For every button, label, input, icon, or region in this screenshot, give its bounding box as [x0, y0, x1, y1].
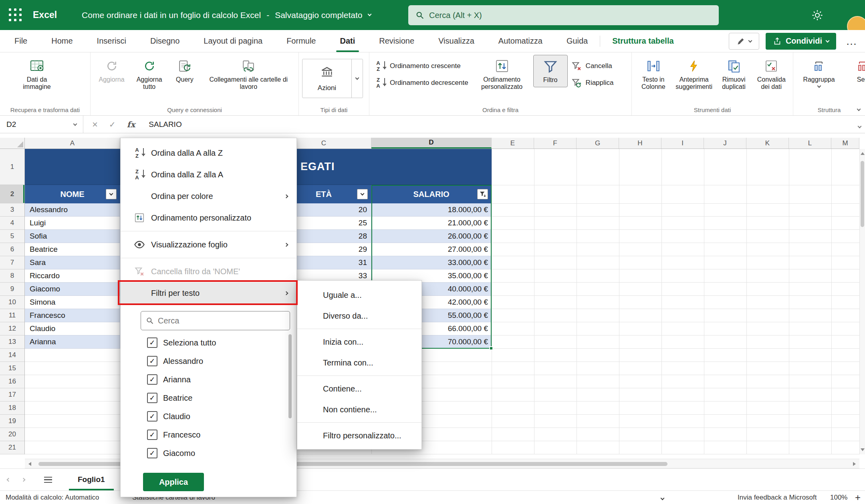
insert-function-button[interactable]: fx [127, 120, 135, 129]
menu-item-custom-sort[interactable]: Ordinamento personalizzato [121, 207, 296, 229]
clear-filter-button[interactable]: Cancella [569, 59, 616, 73]
cell-name[interactable]: Alessandro [25, 203, 120, 217]
row-header[interactable]: 19 [0, 415, 24, 428]
status-collapse-icon[interactable] [661, 494, 664, 502]
column-header-j[interactable]: J [704, 138, 746, 149]
column-header-h[interactable]: H [619, 138, 661, 149]
tab-visualizza[interactable]: Visualizza [426, 30, 486, 52]
row-header[interactable]: 4 [0, 217, 24, 230]
row-header[interactable]: 20 [0, 428, 24, 441]
tab-formule[interactable]: Formule [274, 30, 328, 52]
formula-content[interactable]: SALARIO [149, 120, 181, 129]
text-to-columns-button[interactable]: Testo in Colonne [635, 55, 672, 94]
filter-sorted-button-salario[interactable] [477, 189, 488, 199]
column-header-k[interactable]: K [746, 138, 789, 149]
tab-layout-di-pagina[interactable]: Layout di pagina [192, 30, 274, 52]
submenu-item-not-equals[interactable]: Diverso da... [297, 305, 421, 326]
menu-item-sheet-view[interactable]: Visualizzazione foglio [121, 234, 296, 255]
column-header-l[interactable]: L [789, 138, 831, 149]
row-header[interactable]: 11 [0, 309, 24, 322]
row-header[interactable]: 1 [0, 149, 24, 185]
row-header[interactable]: 6 [0, 243, 24, 256]
filter-search-input[interactable] [158, 316, 285, 325]
checkbox-value[interactable]: ✓ Beatrice [141, 389, 296, 407]
remove-duplicates-button[interactable]: Rimuovi duplicati [716, 55, 752, 94]
custom-sort-button[interactable]: Ordinamento personalizzato [472, 55, 532, 94]
row-header[interactable]: 10 [0, 296, 24, 309]
scroll-left-icon[interactable] [28, 462, 31, 466]
refresh-button[interactable]: Aggiorna [94, 55, 129, 86]
calc-mode-status[interactable]: Modalità di calcolo: Automatico [6, 494, 99, 502]
filter-search-box[interactable] [141, 311, 290, 330]
row-header[interactable]: 14 [0, 349, 24, 362]
row-header[interactable]: 13 [0, 335, 24, 349]
save-status[interactable]: Salvataggio completato [275, 10, 362, 20]
cell-name[interactable]: Sara [25, 256, 120, 269]
sheet-tab-foglio1[interactable]: Foglio1 [69, 469, 114, 490]
cell-name[interactable]: Francesco [25, 309, 120, 322]
workbook-links-button[interactable]: Collegamenti alle cartelle di lavoro [201, 55, 296, 94]
scroll-right-icon[interactable] [853, 462, 856, 466]
tab-disegno[interactable]: Disegno [138, 30, 192, 52]
filter-button[interactable]: Filtro [533, 55, 568, 87]
data-types-gallery[interactable]: Azioni [302, 59, 363, 98]
select-all-corner[interactable] [0, 138, 25, 149]
checkbox-value[interactable]: ✓ Alessandro [141, 352, 296, 370]
tab-file[interactable]: File [2, 30, 39, 52]
column-header-i[interactable]: I [661, 138, 704, 149]
cell-name[interactable]: Beatrice [25, 243, 120, 256]
tab-guida[interactable]: Guida [554, 30, 600, 52]
scroll-up-icon[interactable] [861, 152, 865, 155]
menu-item-clear-filter[interactable]: Cancella filtro da 'NOME' [121, 261, 296, 282]
ungroup-button[interactable]: Sep [841, 55, 865, 86]
vertical-scrollbar[interactable] [859, 149, 865, 454]
cancel-entry-icon[interactable]: × [92, 119, 98, 130]
gallery-dropdown-button[interactable] [351, 59, 363, 98]
cell-name[interactable]: Riccardo [25, 269, 120, 283]
cell-name[interactable]: Arianna [25, 335, 120, 349]
previous-sheet-icon[interactable] [7, 478, 11, 482]
submenu-item-contains[interactable]: Contiene... [297, 378, 421, 399]
submenu-item-custom-filter[interactable]: Filtro personalizzato... [297, 425, 421, 446]
sort-ascending-button[interactable]: AZ Ordinamento crescente [373, 59, 471, 73]
tab-home[interactable]: Home [39, 30, 85, 52]
tab-dati[interactable]: Dati [328, 30, 367, 52]
reapply-filter-button[interactable]: Riapplica [569, 76, 616, 90]
row-header[interactable]: 3 [0, 203, 24, 217]
column-header-f[interactable]: F [534, 138, 577, 149]
submenu-item-equals[interactable]: Uguale a... [297, 285, 421, 305]
menu-item-text-filters[interactable]: Filtri per testo [121, 282, 296, 304]
table-header-nome[interactable]: NOME [25, 185, 120, 203]
row-header[interactable]: 7 [0, 256, 24, 269]
column-header-g[interactable]: G [577, 138, 619, 149]
row-header[interactable]: 16 [0, 375, 24, 388]
name-box[interactable]: D2 [0, 116, 83, 133]
list-scroll-thumb[interactable] [288, 334, 292, 418]
row-header[interactable]: 17 [0, 388, 24, 402]
query-button[interactable]: Query [169, 55, 200, 86]
share-button[interactable]: Condividi [766, 33, 836, 50]
row-header[interactable]: 21 [0, 441, 24, 454]
submenu-item-begins-with[interactable]: Inizia con... [297, 331, 421, 352]
cell-name[interactable]: Giacomo [25, 283, 120, 296]
data-validation-button[interactable]: Convalida dei dati [752, 55, 791, 94]
row-header[interactable]: 15 [0, 362, 24, 375]
row-header[interactable]: 12 [0, 322, 24, 335]
search-input[interactable] [429, 11, 712, 20]
sort-descending-button[interactable]: ZA Ordinamento decrescente [373, 76, 471, 90]
scroll-down-icon[interactable] [861, 448, 865, 451]
data-from-picture-button[interactable]: Dati da immagine [10, 55, 63, 94]
menu-item-sort-az[interactable]: AZ Ordina dalla A alla Z [121, 142, 296, 164]
row-header[interactable]: 2 [0, 185, 24, 203]
cell-salary[interactable]: 26.000,00 € [371, 230, 492, 243]
filter-dropdown-button-eta[interactable] [357, 189, 368, 199]
draw-tool-button[interactable] [729, 33, 759, 50]
expand-formula-bar-icon[interactable] [858, 122, 861, 129]
group-button[interactable]: Raggruppa [796, 55, 841, 90]
menu-item-sort-za[interactable]: ZA Ordina dalla Z alla A [121, 164, 296, 185]
cell-name[interactable]: Simona [25, 296, 120, 309]
checkbox-value[interactable]: ✓ Arianna [141, 370, 296, 389]
zoom-in-button[interactable]: + [855, 492, 861, 503]
more-options-button[interactable]: … [843, 33, 860, 50]
submenu-item-not-contains[interactable]: Non contiene... [297, 399, 421, 420]
